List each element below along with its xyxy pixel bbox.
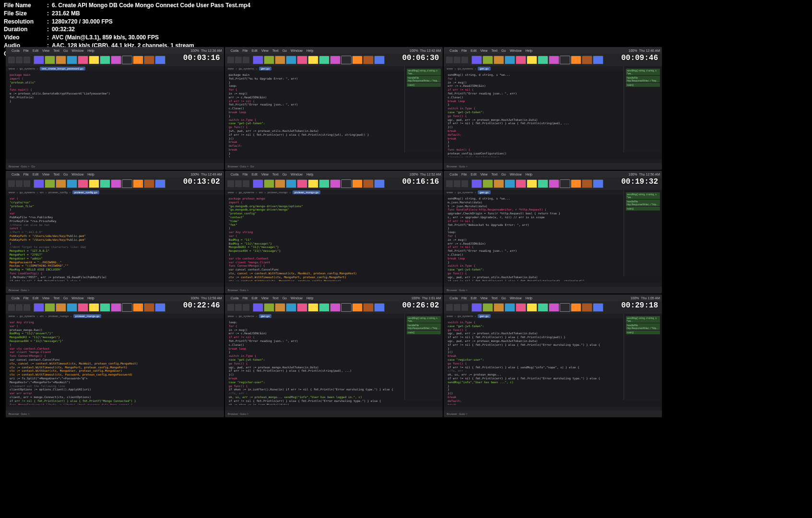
code-editor[interactable]: package main import ( "protean.utils" ) … [6, 71, 224, 157]
thumbnail-2: CodaFileEditViewTextGoWindowHelp100%Thu … [225, 47, 443, 170]
file-tab[interactable]: test_create_bcrypt_password.go [40, 67, 85, 71]
thumbnail-8: CodaFileEditViewTextGoWindowHelp100%Thu … [225, 294, 443, 417]
code-editor[interactable]: var Any stringvar ( protean_mongo.Run() … [6, 318, 224, 405]
tool-button[interactable] [8, 57, 15, 63]
clock: Thu 12:46 AM [639, 49, 660, 52]
thumbnail-1: CodaFileEditViewTextGoWindowHelp100%Thu … [6, 47, 224, 170]
menubar: CodaFileEditViewTextGoWindowHelp100%Thu … [6, 47, 224, 54]
thumbnail-6: CodaFileEditViewTextGoWindowHelp100%Thu … [444, 171, 662, 294]
thumbnail-5: CodaFileEditViewTextGoWindowHelp100%Thu … [225, 171, 443, 294]
thumbnail-9: CodaFileEditViewTextGoWindowHelp100%Thu … [444, 294, 662, 417]
clock: Thu 12:36 AM [201, 49, 222, 52]
timestamp: 00:13:02 [183, 177, 220, 186]
thumbnail-3: CodaFileEditViewTextGoWindowHelp100%Thu … [444, 47, 662, 170]
timestamp: 00:03:16 [183, 54, 220, 62]
color-tab[interactable] [34, 56, 44, 64]
thumbnail-4: CodaFileEditViewTextGoWindowHelp100%Thu … [6, 171, 224, 294]
clock: Thu 12:42 AM [420, 49, 441, 52]
timestamp: 00:06:30 [402, 54, 439, 62]
timestamp: 00:29:18 [621, 301, 658, 310]
code-editor[interactable]: package protean_mongoimport ( "go.mongod… [225, 195, 443, 281]
status-bar: Browser Goto > Go [6, 163, 224, 170]
breadcrumb: www›go_systems›test_create_bcrypt_passwo… [6, 66, 224, 71]
symbol-item[interactable]: sendMsg() string, d string, s *we... [407, 69, 441, 75]
timestamp: 00:16:16 [402, 177, 439, 186]
timestamp: 00:22:46 [183, 301, 220, 310]
symbols-sidebar: sendMsg() string, d string, s *we... han… [404, 66, 443, 153]
timestamp: 00:19:32 [621, 177, 658, 186]
timestamp: 00:09:46 [621, 54, 658, 62]
thumbnail-7: CodaFileEditViewTextGoWindowHelp100%Thu … [6, 294, 224, 417]
code-editor[interactable]: var ( "crypto/rsa" "protean_file") var P… [6, 195, 224, 281]
video-thumbnail-grid: CodaFileEditViewTextGoWindowHelp100%Thu … [6, 47, 662, 417]
timestamp: 00:26:02 [402, 301, 439, 310]
